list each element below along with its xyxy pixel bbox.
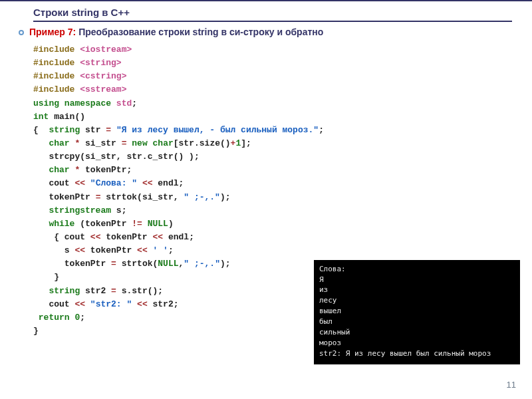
example-label: Пример 7: — [29, 27, 78, 37]
example-line: Пример 7: Преобразование строки string в… — [19, 26, 532, 38]
bullet-icon — [19, 30, 24, 35]
slide-title: Строки string в С++ — [33, 7, 512, 22]
page-number: 11 — [507, 380, 516, 390]
example-text: Преобразование строки string в си-строку… — [78, 27, 323, 37]
console-output: Слова: Я из лесу вышел был сильный мороз… — [314, 260, 520, 364]
